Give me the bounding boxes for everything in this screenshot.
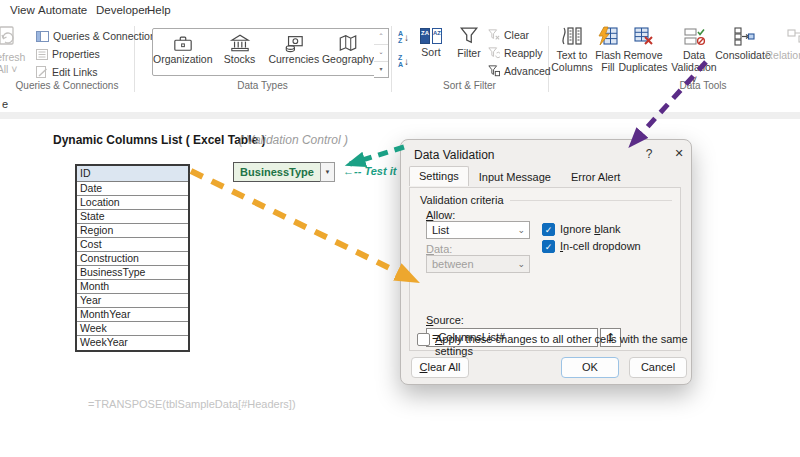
clear-filter-button[interactable]: Clear <box>488 27 529 43</box>
source-label: Source: <box>426 314 464 326</box>
table-row[interactable]: Location <box>77 196 188 210</box>
edit-links-icon <box>36 66 48 78</box>
apply-changes-label: Apply these changes to all other cells w… <box>435 333 691 357</box>
table-row[interactable]: Month <box>77 280 188 294</box>
filter-button[interactable]: Filter <box>452 25 486 59</box>
edit-links-button[interactable]: Edit Links <box>36 64 98 80</box>
gallery-more-button[interactable]: ▾ <box>374 62 388 77</box>
remove-duplicates-icon <box>631 25 655 47</box>
datatype-organization[interactable]: Organization <box>153 29 213 75</box>
advanced-filter-button[interactable]: Advanced <box>488 63 551 79</box>
sort-tile-az: AZ <box>432 28 442 44</box>
incell-dropdown-checkbox[interactable]: ✓ <box>542 240 555 253</box>
stocks-label: Stocks <box>224 53 256 65</box>
refresh-icon <box>0 25 18 49</box>
gallery-scroll-up[interactable]: ⌃ <box>374 29 388 45</box>
formula-bar[interactable]: e <box>0 97 800 113</box>
za-letter-top: Z <box>398 54 403 61</box>
datatype-currencies[interactable]: Currencies <box>267 29 321 75</box>
tab-automate[interactable]: Automate <box>38 4 87 16</box>
ok-button[interactable]: OK <box>561 357 619 378</box>
currencies-label: Currencies <box>268 53 319 65</box>
dialog-title: Data Validation <box>414 148 495 162</box>
table-row[interactable]: Cost <box>77 238 188 252</box>
sort-down-arrow: ↓ <box>404 56 409 67</box>
text-to-columns-label2: Columns <box>551 61 592 73</box>
data-validation-label2: Validation <box>671 61 716 73</box>
clear-all-button[interactable]: Clear All <box>411 357 469 378</box>
sort-descending-button[interactable]: ZA ↓ <box>398 54 409 68</box>
table-row[interactable]: Date <box>77 182 188 196</box>
gallery-scroll-down[interactable]: ⌄ <box>374 45 388 61</box>
advanced-filter-label: Advanced <box>504 65 551 77</box>
sort-button[interactable]: ZA AZ Sort <box>414 25 448 58</box>
table-row[interactable]: BusinessType <box>77 266 188 280</box>
ignore-blank-checkbox[interactable]: ✓ <box>542 223 555 236</box>
clear-filter-icon <box>488 29 500 41</box>
data-types-gallery: Organization Stocks Currencies <box>152 28 376 76</box>
az-letter-top: A <box>398 30 403 37</box>
transpose-formula-cell[interactable]: =TRANSPOSE(tblSampleData[#Headers]) <box>88 398 296 410</box>
group-label-sortfilter: Sort & Filter <box>391 80 548 91</box>
ribbon: Refresh All ˅ Queries & Connections Prop… <box>0 22 800 99</box>
test-it-annotation: ←-- Test it <box>343 165 396 177</box>
remove-duplicates-button[interactable]: Remove Duplicates <box>616 25 670 73</box>
text-to-columns-label1: Text to <box>557 49 588 61</box>
sort-ascending-button[interactable]: AZ ↓ <box>398 30 409 44</box>
table-row[interactable]: MonthYear <box>77 308 188 322</box>
data-validation-label1: Data <box>683 49 705 61</box>
refresh-label-line1: Refresh <box>0 51 25 63</box>
queries-connections-button[interactable]: Queries & Connections <box>36 28 161 44</box>
tab-error-alert[interactable]: Error Alert <box>561 167 631 187</box>
geography-map-icon <box>336 33 360 53</box>
reapply-filter-button[interactable]: Reapply <box>488 45 543 61</box>
properties-icon <box>36 49 48 60</box>
data-validation-button[interactable]: Data Validation ˅ <box>670 25 718 85</box>
relationships-button[interactable]: Relationships <box>752 25 800 61</box>
reapply-filter-icon <box>488 47 500 59</box>
tab-settings[interactable]: Settings <box>409 166 469 186</box>
data-label: Data: <box>426 243 452 255</box>
columns-list-table: ID Date Location State Region Cost Const… <box>75 164 190 352</box>
reapply-filter-label: Reapply <box>504 47 543 59</box>
allow-selected-value: List <box>432 224 449 236</box>
datatype-geography[interactable]: Geography <box>321 29 375 75</box>
validation-cell-dropdown-button[interactable]: ▼ <box>320 162 335 182</box>
remove-duplicates-label2: Duplicates <box>618 61 667 73</box>
filter-label: Filter <box>457 47 480 59</box>
group-label-queries: Queries & Connections <box>0 80 134 91</box>
datatype-stocks[interactable]: Stocks <box>213 29 267 75</box>
group-label-datatypes: Data Types <box>134 80 391 91</box>
table-row[interactable]: Region <box>77 224 188 238</box>
organization-label: Organization <box>153 53 213 65</box>
dialog-close-button[interactable]: ✕ <box>671 147 687 160</box>
incell-dropdown-label: In-cell dropdown <box>560 240 641 252</box>
validation-cell[interactable]: BusinessType <box>233 162 321 182</box>
heading-validation-control: ( Validation Control ) <box>239 133 348 147</box>
properties-button[interactable]: Properties <box>36 46 100 62</box>
refresh-all-button[interactable]: Refresh All ˅ <box>0 25 28 75</box>
tab-view[interactable]: View <box>10 4 35 16</box>
gallery-scroll-control: ⌃ ⌄ ▾ <box>374 28 389 78</box>
apply-changes-checkbox[interactable] <box>417 333 430 346</box>
dialog-help-button[interactable]: ? <box>641 147 657 161</box>
table-row[interactable]: Week <box>77 322 188 336</box>
table-row[interactable]: Construction <box>77 252 188 266</box>
tab-developer[interactable]: Developer <box>96 4 148 16</box>
queries-connections-label: Queries & Connections <box>53 30 161 42</box>
cancel-button[interactable]: Cancel <box>629 357 687 378</box>
geography-label: Geography <box>322 53 374 65</box>
text-to-columns-button[interactable]: Text to Columns <box>549 25 595 73</box>
tab-input-message[interactable]: Input Message <box>469 167 561 187</box>
tab-help[interactable]: Help <box>147 4 171 16</box>
dialog-tabs: Settings Input Message Error Alert <box>409 167 630 187</box>
table-row[interactable]: Year <box>77 294 188 308</box>
allow-select[interactable]: List ⌄ <box>426 221 530 239</box>
refresh-menu-chevron: ˅ <box>11 63 17 75</box>
table-row[interactable]: State <box>77 210 188 224</box>
flash-fill-label2: Fill <box>601 61 614 73</box>
queries-connections-icon <box>36 31 49 42</box>
table-header-cell[interactable]: ID <box>77 166 188 182</box>
data-validation-dialog: Data Validation ? ✕ Settings Input Messa… <box>400 139 692 385</box>
table-row[interactable]: WeekYear <box>77 336 188 350</box>
